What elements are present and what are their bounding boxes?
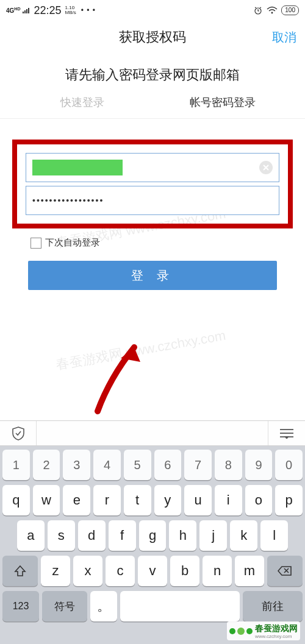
- svg-rect-2: [26, 9, 27, 13]
- keyboard-number-row: 1 2 3 4 5 6 7 8 9 0: [2, 450, 303, 480]
- network-indicator: 4GHD: [6, 7, 20, 14]
- battery-indicator: 100: [281, 5, 299, 15]
- key-0[interactable]: 0: [275, 450, 303, 480]
- nav-header: 获取授权码 取消: [0, 21, 305, 54]
- key-6[interactable]: 6: [154, 450, 182, 480]
- tab-quick-login[interactable]: 快速登录: [12, 95, 152, 110]
- status-time: 22:25: [34, 4, 61, 17]
- key-7[interactable]: 7: [184, 450, 212, 480]
- key-g[interactable]: g: [139, 520, 167, 551]
- key-9[interactable]: 9: [245, 450, 273, 480]
- page-subtitle: 请先输入密码登录网页版邮箱: [0, 54, 305, 95]
- key-8[interactable]: 8: [215, 450, 242, 480]
- key-t[interactable]: t: [124, 485, 151, 515]
- key-shift[interactable]: [2, 556, 38, 586]
- svg-rect-0: [23, 12, 24, 13]
- keyboard-settings-icon[interactable]: [268, 421, 305, 445]
- brand-name: 春蚕游戏网: [255, 623, 298, 633]
- wifi-icon: [267, 6, 278, 15]
- page-title: 获取授权码: [119, 28, 186, 46]
- password-value: •••••••••••••••••: [32, 196, 104, 205]
- brand-logo: 春蚕游戏网 www.czchxy.com: [227, 621, 300, 640]
- svg-rect-1: [24, 10, 26, 13]
- login-button[interactable]: 登 录: [28, 261, 277, 290]
- username-redaction: [32, 160, 123, 175]
- key-w[interactable]: w: [33, 485, 60, 515]
- brand-url: www.czchxy.com: [255, 634, 298, 639]
- clear-input-icon[interactable]: [259, 161, 273, 174]
- alarm-icon: [253, 5, 263, 15]
- shift-icon: [14, 565, 26, 577]
- key-m[interactable]: m: [235, 556, 264, 586]
- key-k[interactable]: k: [230, 520, 257, 551]
- login-form-highlight: •••••••••••••••••: [12, 140, 293, 228]
- svg-marker-10: [284, 436, 289, 439]
- keyboard-row-4: 123 符号 。 前往: [2, 591, 303, 621]
- key-i[interactable]: i: [215, 485, 242, 515]
- toolbar-spacer: [37, 421, 268, 445]
- key-4[interactable]: 4: [93, 450, 121, 480]
- login-tabs: 快速登录 帐号密码登录: [0, 95, 305, 119]
- status-bar: 4GHD 22:25 1.10MB/s • • • 100: [0, 0, 305, 21]
- keyboard-row-2: a s d f g h j k l: [2, 520, 303, 551]
- auto-login-checkbox[interactable]: [30, 238, 41, 249]
- key-p[interactable]: p: [275, 485, 303, 515]
- key-3[interactable]: 3: [63, 450, 90, 480]
- security-shield-icon[interactable]: [0, 421, 37, 445]
- key-r[interactable]: r: [93, 485, 121, 515]
- key-1[interactable]: 1: [2, 450, 30, 480]
- keyboard-toolbar: [0, 420, 305, 446]
- key-symbols[interactable]: 符号: [42, 591, 87, 621]
- key-go[interactable]: 前往: [243, 591, 303, 621]
- network-speed: 1.10MB/s: [65, 5, 76, 15]
- keyboard-row-1: q w e r t y u i o p: [2, 485, 303, 515]
- key-e[interactable]: e: [63, 485, 90, 515]
- key-o[interactable]: o: [245, 485, 273, 515]
- auto-login-row[interactable]: 下次自动登录: [30, 237, 305, 249]
- key-n[interactable]: n: [203, 556, 232, 586]
- key-5[interactable]: 5: [124, 450, 151, 480]
- key-b[interactable]: b: [170, 556, 199, 586]
- key-backspace[interactable]: [267, 556, 303, 586]
- key-s[interactable]: s: [48, 520, 75, 551]
- key-space[interactable]: [120, 591, 240, 621]
- key-v[interactable]: v: [138, 556, 167, 586]
- key-x[interactable]: x: [73, 556, 102, 586]
- tab-account-login[interactable]: 帐号密码登录: [152, 95, 293, 110]
- key-c[interactable]: c: [106, 556, 135, 586]
- annotation-arrow-icon: [85, 341, 152, 414]
- key-h[interactable]: h: [169, 520, 196, 551]
- key-z[interactable]: z: [41, 556, 70, 586]
- username-field[interactable]: [26, 153, 279, 182]
- key-l[interactable]: l: [260, 520, 288, 551]
- key-d[interactable]: d: [78, 520, 106, 551]
- key-period[interactable]: 。: [90, 591, 117, 621]
- key-123[interactable]: 123: [2, 591, 39, 621]
- keyboard: 1 2 3 4 5 6 7 8 9 0 q w e r t y u i o p …: [0, 446, 305, 644]
- key-y[interactable]: y: [154, 485, 182, 515]
- more-dots-icon: • • •: [81, 6, 96, 15]
- auto-login-label: 下次自动登录: [45, 237, 100, 249]
- key-q[interactable]: q: [2, 485, 30, 515]
- svg-point-5: [271, 12, 273, 14]
- cancel-button[interactable]: 取消: [272, 29, 296, 46]
- backspace-icon: [278, 565, 292, 576]
- key-u[interactable]: u: [184, 485, 212, 515]
- key-a[interactable]: a: [17, 520, 45, 551]
- keyboard-row-3: z x c v b n m: [2, 556, 303, 586]
- key-f[interactable]: f: [109, 520, 136, 551]
- key-j[interactable]: j: [199, 520, 227, 551]
- key-2[interactable]: 2: [33, 450, 60, 480]
- password-field[interactable]: •••••••••••••••••: [26, 186, 279, 215]
- signal-bars-icon: [23, 7, 31, 13]
- svg-rect-3: [28, 8, 29, 13]
